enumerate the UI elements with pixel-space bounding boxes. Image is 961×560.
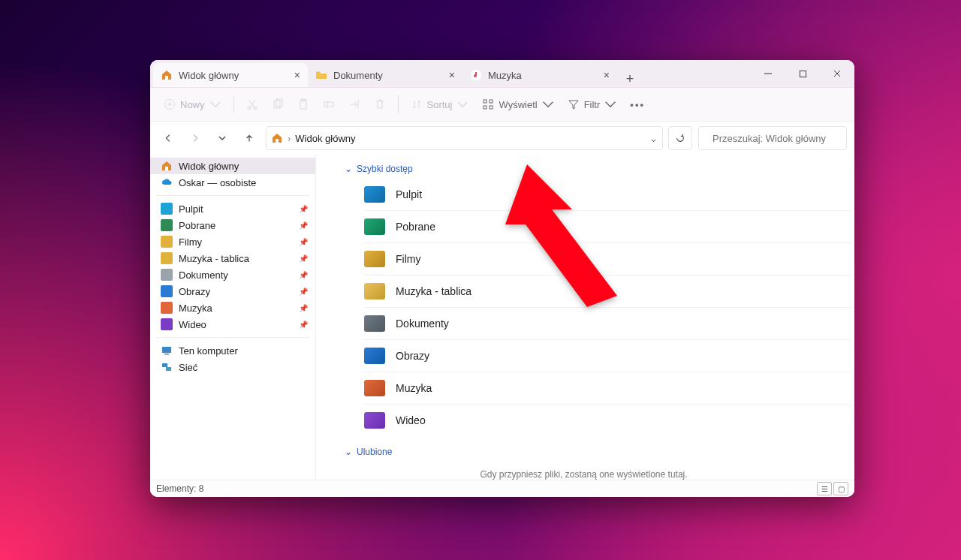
close-icon[interactable]: × bbox=[449, 69, 455, 81]
quick-access-item[interactable]: Pobrane bbox=[364, 211, 851, 243]
sidebar-item[interactable]: Obrazy 📌 bbox=[150, 283, 315, 300]
sidebar-item[interactable]: Wideo 📌 bbox=[150, 316, 315, 333]
quick-access-item[interactable]: Obrazy bbox=[364, 340, 851, 372]
quick-access-item[interactable]: Muzyka - tablica bbox=[364, 275, 851, 308]
add-tab-button[interactable]: + bbox=[617, 71, 643, 87]
svg-rect-1 bbox=[800, 71, 806, 77]
sidebar-item-onedrive[interactable]: Oskar — osobiste bbox=[150, 174, 315, 191]
close-icon[interactable]: × bbox=[604, 69, 610, 81]
status-item-count: Elementy: 8 bbox=[156, 483, 203, 494]
rename-button[interactable] bbox=[317, 92, 341, 116]
folder-icon bbox=[161, 302, 173, 314]
quick-access-item[interactable]: Filmy bbox=[364, 243, 851, 275]
search-input[interactable] bbox=[711, 132, 840, 145]
details-view-button[interactable]: ☰ bbox=[817, 482, 832, 495]
folder-icon bbox=[364, 380, 385, 396]
breadcrumb-segment[interactable]: Widok główny bbox=[295, 133, 355, 144]
content-pane[interactable]: ⌄ Szybki dostęp Pulpit Pobrane Filmy Muz… bbox=[316, 155, 854, 480]
group-favorites[interactable]: ⌄ Ulubione bbox=[316, 444, 851, 462]
network-icon bbox=[161, 361, 173, 373]
refresh-button[interactable] bbox=[668, 126, 692, 150]
more-button[interactable]: ••• bbox=[624, 92, 651, 116]
home-icon bbox=[161, 69, 173, 81]
svg-rect-13 bbox=[490, 106, 493, 109]
view-toggle: ☰ ▢ bbox=[817, 482, 848, 495]
pin-icon: 📌 bbox=[299, 238, 308, 246]
chevron-down-icon: ⌄ bbox=[345, 164, 352, 174]
folder-icon bbox=[364, 315, 385, 332]
folder-icon bbox=[364, 348, 385, 364]
sidebar-item[interactable]: Muzyka - tablica 📌 bbox=[150, 250, 315, 266]
folder-icon bbox=[364, 412, 385, 429]
pin-icon: 📌 bbox=[299, 254, 308, 263]
share-button[interactable] bbox=[342, 92, 366, 116]
pin-icon: 📌 bbox=[299, 304, 308, 312]
filter-button[interactable]: Filtr bbox=[562, 92, 623, 116]
file-explorer-window: Widok główny × Dokumenty × Muzyka × bbox=[150, 60, 854, 497]
new-button[interactable]: Nowy bbox=[158, 92, 227, 116]
rename-icon bbox=[323, 98, 335, 110]
music-icon bbox=[470, 69, 482, 81]
recent-button[interactable] bbox=[212, 128, 233, 149]
sidebar-item[interactable]: Pulpit 📌 bbox=[150, 200, 315, 217]
chevron-down-icon[interactable]: ⌄ bbox=[649, 133, 658, 144]
forward-button[interactable] bbox=[185, 128, 206, 149]
quick-access-item[interactable]: Dokumenty bbox=[364, 308, 851, 340]
svg-point-4 bbox=[254, 107, 257, 110]
view-button[interactable]: Wyświetl bbox=[476, 92, 559, 116]
cut-button[interactable] bbox=[240, 92, 264, 116]
folder-icon bbox=[364, 218, 385, 235]
chevron-down-icon bbox=[209, 98, 221, 110]
home-icon bbox=[271, 132, 283, 144]
quick-access-item[interactable]: Wideo bbox=[364, 405, 851, 436]
quick-access-item[interactable]: Pulpit bbox=[364, 179, 851, 211]
pin-icon: 📌 bbox=[299, 321, 308, 329]
sidebar-item-network[interactable]: Sieć bbox=[150, 359, 315, 375]
paste-button[interactable] bbox=[291, 92, 315, 116]
folder-icon bbox=[161, 318, 173, 330]
folder-icon bbox=[161, 203, 173, 215]
sidebar-item[interactable]: Pobrane 📌 bbox=[150, 217, 315, 233]
pin-icon: 📌 bbox=[299, 288, 308, 296]
sidebar-item[interactable]: Muzyka 📌 bbox=[150, 300, 315, 316]
maximize-button[interactable] bbox=[785, 60, 820, 87]
tab-documents[interactable]: Dokumenty × bbox=[308, 63, 462, 87]
copy-button[interactable] bbox=[266, 92, 290, 116]
icons-view-button[interactable]: ▢ bbox=[833, 482, 848, 495]
filter-icon bbox=[568, 98, 580, 110]
up-button[interactable] bbox=[239, 128, 260, 149]
svg-rect-12 bbox=[484, 106, 487, 109]
sidebar-item[interactable]: Filmy 📌 bbox=[150, 233, 315, 250]
share-icon bbox=[348, 98, 360, 110]
folder-icon bbox=[161, 269, 173, 281]
sidebar-item-home[interactable]: Widok główny bbox=[150, 158, 315, 174]
search-box[interactable] bbox=[698, 126, 847, 150]
chevron-down-icon bbox=[456, 98, 468, 110]
svg-point-3 bbox=[248, 107, 251, 110]
close-button[interactable] bbox=[820, 60, 854, 87]
group-quick-access[interactable]: ⌄ Szybki dostęp bbox=[316, 161, 851, 179]
pin-icon: 📌 bbox=[299, 221, 308, 230]
sidebar-item-thispc[interactable]: Ten komputer bbox=[150, 342, 315, 359]
delete-button[interactable] bbox=[368, 92, 392, 116]
sort-icon bbox=[411, 98, 423, 110]
tab-strip: Widok główny × Dokumenty × Muzyka × bbox=[150, 60, 751, 87]
quick-access-item[interactable]: Muzyka bbox=[364, 372, 851, 405]
breadcrumb[interactable]: › Widok główny ⌄ bbox=[266, 126, 663, 150]
back-button[interactable] bbox=[158, 128, 179, 149]
minimize-button[interactable] bbox=[751, 60, 785, 87]
folder-icon bbox=[161, 219, 173, 231]
trash-icon bbox=[374, 98, 386, 110]
folder-icon bbox=[161, 252, 173, 264]
favorites-hint: Gdy przypniesz pliki, zostaną one wyświe… bbox=[316, 469, 851, 480]
sort-button[interactable]: Sortuj bbox=[405, 92, 475, 116]
toolbar: Nowy Sortuj Wyświetl Fil bbox=[150, 88, 854, 122]
close-icon[interactable]: × bbox=[294, 69, 300, 81]
folder-icon bbox=[161, 285, 173, 297]
navigation-pane[interactable]: Widok główny Oskar — osobiste Pulpit 📌 P… bbox=[150, 155, 316, 480]
home-icon bbox=[161, 160, 173, 172]
sidebar-item[interactable]: Dokumenty 📌 bbox=[150, 266, 315, 283]
tab-music[interactable]: Muzyka × bbox=[462, 63, 617, 87]
plus-circle-icon bbox=[164, 98, 176, 110]
tab-home[interactable]: Widok główny × bbox=[153, 63, 308, 87]
